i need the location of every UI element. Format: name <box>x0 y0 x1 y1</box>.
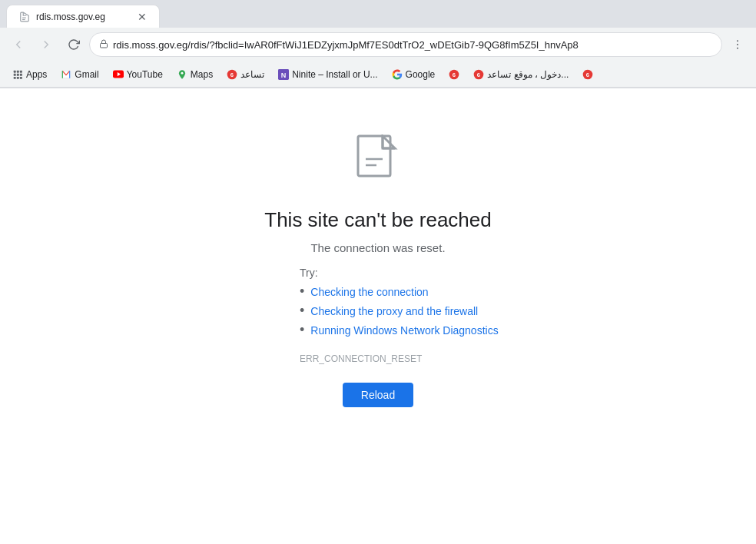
suggestion-3[interactable]: Running Windows Network Diagnostics <box>300 322 499 338</box>
svg-rect-6 <box>14 70 16 72</box>
bookmark-google[interactable]: Google <box>386 65 442 84</box>
svg-rect-2 <box>101 43 108 48</box>
svg-point-4 <box>737 44 738 45</box>
suggestion-2[interactable]: Checking the proxy and the firewall <box>300 303 499 319</box>
bookmark-youtube-label: YouTube <box>127 69 163 80</box>
svg-rect-11 <box>20 73 22 75</box>
bookmark-maps-label: Maps <box>191 69 213 80</box>
address-bar[interactable]: rdis.moss.gov.eg/rdis/?fbclid=IwAR0fFtWi… <box>89 32 722 57</box>
error-icon <box>355 134 401 190</box>
reload-button[interactable] <box>61 32 86 57</box>
bookmark-ninite-label: Ninite – Install or U... <box>292 69 377 80</box>
bookmark-apps-label: Apps <box>26 69 47 80</box>
error-title: This site can't be reached <box>264 208 491 232</box>
svg-rect-10 <box>17 73 19 75</box>
active-tab[interactable]: rdis.moss.gov.eg ✕ <box>6 5 160 28</box>
bookmark-tasaed1[interactable]: 6 تساعد <box>220 65 270 84</box>
bookmark-maps[interactable]: Maps <box>171 65 219 84</box>
tab-bar: rdis.moss.gov.eg ✕ <box>0 0 756 28</box>
svg-rect-13 <box>17 76 19 78</box>
bookmark-tasaed3[interactable]: 6 دخول ، موقع تساعد... <box>467 65 575 84</box>
bookmark-gmail[interactable]: Gmail <box>55 65 104 84</box>
svg-text:6: 6 <box>453 71 456 78</box>
bookmark-tasaed2[interactable]: 6 <box>443 65 466 84</box>
svg-text:6: 6 <box>230 71 234 78</box>
svg-rect-8 <box>20 70 22 72</box>
nav-bar: rdis.moss.gov.eg/rdis/?fbclid=IwAR0fFtWi… <box>0 28 756 61</box>
bookmark-tasaed1-label: تساعد <box>240 69 264 80</box>
svg-point-3 <box>737 40 738 41</box>
suggestion-1[interactable]: Checking the connection <box>300 284 499 300</box>
lock-icon <box>99 39 108 51</box>
svg-rect-12 <box>14 76 16 78</box>
bookmark-gmail-label: Gmail <box>75 69 98 80</box>
address-text: rdis.moss.gov.eg/rdis/?fbclid=IwAR0fFtWi… <box>113 39 579 51</box>
svg-text:6: 6 <box>586 71 589 78</box>
error-subtitle: The connection was reset. <box>310 241 445 254</box>
svg-rect-14 <box>20 76 22 78</box>
suggestion-3-link[interactable]: Running Windows Network Diagnostics <box>310 324 498 337</box>
bookmarks-bar: Apps Gmail YouTube M <box>0 61 756 88</box>
svg-rect-7 <box>17 70 19 72</box>
suggestion-1-link[interactable]: Checking the connection <box>310 286 428 298</box>
suggestion-2-link[interactable]: Checking the proxy and the firewall <box>310 305 478 317</box>
bookmark-apps[interactable]: Apps <box>6 65 53 84</box>
svg-text:N: N <box>281 71 287 78</box>
more-menu-button[interactable] <box>725 32 750 57</box>
tab-favicon <box>19 12 30 22</box>
svg-rect-9 <box>14 73 16 75</box>
svg-point-5 <box>737 48 738 49</box>
reload-page-button[interactable]: Reload <box>343 383 413 407</box>
bookmark-ninite[interactable]: N Ninite – Install or U... <box>272 65 383 84</box>
bookmark-tasaed4[interactable]: 6 <box>576 65 599 84</box>
svg-text:6: 6 <box>477 71 480 78</box>
error-code: ERR_CONNECTION_RESET <box>300 353 422 364</box>
svg-rect-30 <box>358 136 390 176</box>
bookmark-tasaed3-label: دخول ، موقع تساعد... <box>487 69 569 80</box>
back-button[interactable] <box>6 32 31 57</box>
try-label: Try: <box>300 267 318 279</box>
browser-chrome: rdis.moss.gov.eg ✕ <box>0 0 756 88</box>
suggestions-list: Checking the connection Checking the pro… <box>300 284 499 341</box>
tab-close-btn[interactable]: ✕ <box>138 11 147 23</box>
tab-title: rdis.moss.gov.eg <box>36 12 105 22</box>
page-content: This site can't be reached The connectio… <box>0 88 756 544</box>
svg-point-19 <box>181 71 183 74</box>
forward-button[interactable] <box>34 32 58 57</box>
bookmark-google-label: Google <box>406 69 436 80</box>
bookmark-youtube[interactable]: YouTube <box>107 65 169 84</box>
